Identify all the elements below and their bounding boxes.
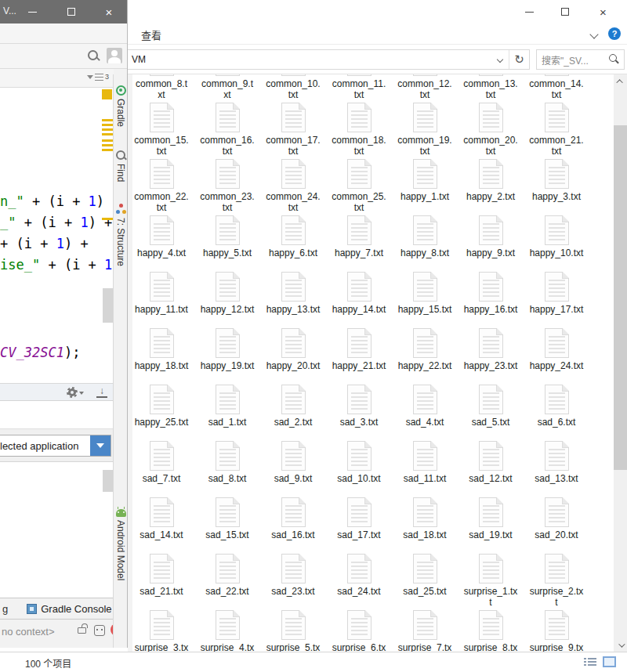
search-input[interactable]: 搜索"_SV... bbox=[536, 49, 625, 70]
search-everywhere-icon[interactable] bbox=[87, 49, 100, 63]
file-item[interactable]: happy_6.txt bbox=[260, 209, 326, 266]
file-item[interactable]: surprise_5.txt bbox=[260, 604, 326, 652]
android-status-icon[interactable] bbox=[94, 625, 105, 636]
close-icon[interactable]: × bbox=[96, 0, 122, 23]
unlock-icon[interactable] bbox=[78, 627, 86, 634]
file-item[interactable]: sad_16.txt bbox=[260, 491, 326, 547]
file-item[interactable]: surprise_2.txt bbox=[524, 547, 589, 604]
file-item[interactable]: common_14.txt bbox=[524, 74, 589, 96]
file-item[interactable]: common_13.txt bbox=[458, 74, 524, 96]
file-item[interactable]: sad_14.txt bbox=[129, 491, 194, 547]
file-item[interactable]: happy_18.txt bbox=[129, 322, 194, 378]
file-item[interactable]: sad_10.txt bbox=[326, 435, 392, 491]
file-item[interactable]: happy_15.txt bbox=[392, 266, 458, 322]
search-icon[interactable] bbox=[607, 53, 620, 66]
warning-stripe-mark[interactable] bbox=[102, 128, 113, 131]
stripe-tab-structure[interactable]: 7: Structure bbox=[114, 204, 128, 266]
file-item[interactable]: sad_5.txt bbox=[458, 378, 524, 435]
file-item[interactable]: sad_1.txt bbox=[194, 378, 260, 435]
file-item[interactable]: common_16.txt bbox=[194, 96, 260, 153]
file-item[interactable]: sad_2.txt bbox=[260, 378, 326, 435]
file-item[interactable]: happy_20.txt bbox=[260, 322, 326, 378]
warning-stripe-mark[interactable] bbox=[102, 218, 113, 220]
file-item[interactable]: common_10.txt bbox=[260, 74, 326, 96]
file-item[interactable]: happy_9.txt bbox=[458, 209, 524, 266]
file-item[interactable]: sad_25.txt bbox=[392, 547, 458, 604]
file-item[interactable]: common_12.txt bbox=[392, 74, 458, 96]
stripe-tab-gradle[interactable]: Gradle bbox=[114, 85, 128, 127]
minimize-icon[interactable] bbox=[512, 0, 547, 23]
file-item[interactable]: common_24.txt bbox=[260, 153, 326, 209]
file-item[interactable]: common_19.txt bbox=[392, 96, 458, 153]
file-item[interactable]: happy_17.txt bbox=[524, 266, 589, 322]
address-bar[interactable]: VM ↻ bbox=[128, 49, 530, 70]
address-path[interactable]: VM bbox=[128, 54, 491, 65]
file-item[interactable]: happy_11.txt bbox=[129, 266, 194, 322]
file-item[interactable]: common_15.txt bbox=[129, 96, 194, 153]
file-item[interactable]: happy_13.txt bbox=[260, 266, 326, 322]
file-item[interactable]: happy_25.txt bbox=[129, 378, 194, 435]
file-item[interactable]: happy_21.txt bbox=[326, 322, 392, 378]
ribbon-expand-button[interactable] bbox=[591, 31, 597, 38]
file-item[interactable]: sad_7.txt bbox=[129, 435, 194, 491]
editor-scrollbar-thumb[interactable] bbox=[103, 288, 114, 323]
file-item[interactable]: common_25.txt bbox=[326, 153, 392, 209]
file-item[interactable]: sad_20.txt bbox=[524, 491, 589, 547]
file-item[interactable]: common_17.txt bbox=[260, 96, 326, 153]
file-item[interactable]: sad_17.txt bbox=[326, 491, 392, 547]
minimize-icon[interactable] bbox=[19, 0, 45, 23]
file-item[interactable]: common_21.txt bbox=[524, 96, 589, 153]
file-item[interactable]: happy_10.txt bbox=[524, 209, 589, 266]
file-item[interactable]: happy_8.txt bbox=[392, 209, 458, 266]
file-item[interactable]: surprise_7.txt bbox=[392, 604, 458, 652]
file-item[interactable]: sad_23.txt bbox=[260, 547, 326, 604]
warning-stripe-mark[interactable] bbox=[102, 133, 113, 135]
file-item[interactable]: happy_4.txt bbox=[129, 209, 194, 266]
file-item[interactable]: sad_3.txt bbox=[326, 378, 392, 435]
file-item[interactable]: happy_23.txt bbox=[458, 322, 524, 378]
avatar[interactable] bbox=[107, 48, 122, 63]
file-item[interactable]: happy_19.txt bbox=[194, 322, 260, 378]
tab-view[interactable]: 查看 bbox=[141, 27, 161, 42]
file-item[interactable]: sad_13.txt bbox=[524, 435, 589, 491]
stripe-tab-find[interactable]: Find bbox=[114, 150, 128, 182]
file-item[interactable]: surprise_3.txt bbox=[129, 604, 194, 652]
gear-icon[interactable] bbox=[67, 387, 78, 398]
warning-stripe-mark[interactable] bbox=[102, 124, 113, 126]
file-item[interactable]: common_11.txt bbox=[326, 74, 392, 96]
file-item[interactable]: surprise_4.txt bbox=[194, 604, 260, 652]
scroll-up-icon[interactable] bbox=[614, 74, 627, 88]
import-icon[interactable]: ↓ bbox=[96, 385, 107, 398]
file-item[interactable]: sad_18.txt bbox=[392, 491, 458, 547]
tab-gradle-console[interactable]: Gradle Console bbox=[27, 603, 111, 615]
file-item[interactable]: common_18.txt bbox=[326, 96, 392, 153]
warnings-indicator-icon[interactable] bbox=[102, 89, 112, 99]
file-item[interactable]: sad_22.txt bbox=[194, 547, 260, 604]
editor-list-widget[interactable]: 3 bbox=[87, 73, 109, 81]
warning-stripe-mark[interactable] bbox=[102, 139, 113, 142]
scroll-down-icon[interactable] bbox=[614, 638, 627, 652]
file-item[interactable]: surprise_6.txt bbox=[326, 604, 392, 652]
file-item[interactable]: happy_22.txt bbox=[392, 322, 458, 378]
address-dropdown-button[interactable] bbox=[491, 57, 509, 62]
code-editor[interactable]: n_" + (i + 1)_" + (i + 1) ++ (i + 1) + i… bbox=[0, 88, 114, 384]
console-scrollbar-thumb[interactable] bbox=[103, 470, 114, 492]
file-item[interactable]: common_22.txt bbox=[129, 153, 194, 209]
file-item[interactable]: sad_21.txt bbox=[129, 547, 194, 604]
file-item[interactable]: sad_11.txt bbox=[392, 435, 458, 491]
maximize-icon[interactable] bbox=[547, 0, 582, 23]
file-item[interactable]: happy_7.txt bbox=[326, 209, 392, 266]
file-item[interactable]: sad_8.txt bbox=[194, 435, 260, 491]
file-item[interactable]: happy_14.txt bbox=[326, 266, 392, 322]
file-item[interactable]: sad_12.txt bbox=[458, 435, 524, 491]
close-icon[interactable]: × bbox=[585, 0, 621, 23]
file-item[interactable]: sad_24.txt bbox=[326, 547, 392, 604]
file-item[interactable]: surprise_1.txt bbox=[458, 547, 524, 604]
warning-stripe-mark[interactable] bbox=[102, 144, 113, 146]
file-item[interactable]: sad_6.txt bbox=[524, 378, 589, 435]
file-item[interactable]: happy_24.txt bbox=[524, 322, 589, 378]
dropdown-arrow-button[interactable] bbox=[90, 435, 111, 456]
file-item[interactable]: common_9.txt bbox=[194, 74, 260, 96]
file-item[interactable]: common_8.txt bbox=[129, 74, 194, 96]
file-item[interactable]: happy_3.txt bbox=[524, 153, 589, 209]
